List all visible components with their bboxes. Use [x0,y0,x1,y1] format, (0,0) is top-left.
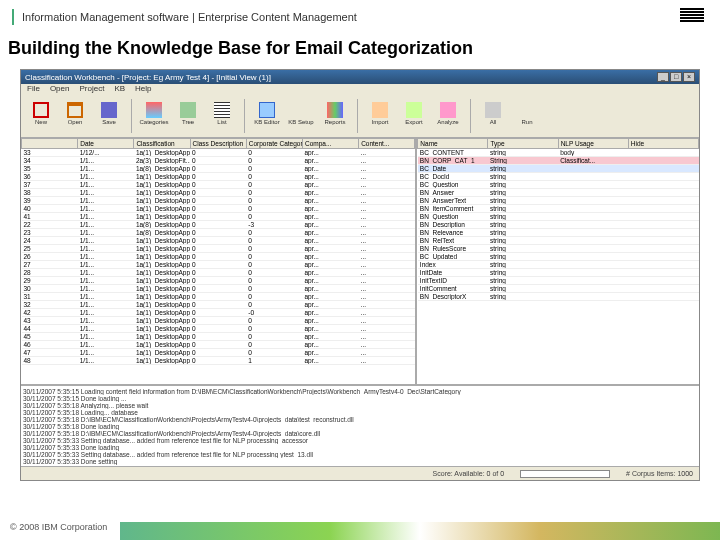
side-col-header[interactable]: Type [488,139,558,149]
table-row[interactable]: 301/1...1a(1)_DesktopAppl...00apr...... [22,285,415,293]
grid-col-header[interactable]: Corporate Category [246,139,302,149]
table-row[interactable]: 291/1...1a(1)_DesktopAppl...00apr...... [22,277,415,285]
table-row[interactable]: 431/1...1a(1)_DesktopAppl...00apr...... [22,317,415,325]
fields-grid[interactable]: NameTypeNLP UsageHide BC_CONTENTstringbo… [417,138,699,301]
field-row[interactable]: BC_Questionstring [418,181,699,189]
table-row[interactable]: 461/1...1a(1)_DesktopAppl...00apr...... [22,341,415,349]
field-row[interactable]: BN_ItemCommentstring [418,205,699,213]
table-row[interactable]: 421/1...1a(1)_DesktopAppl...0-0apr...... [22,309,415,317]
main-grid[interactable]: DateClassificationClass DescriptionCorpo… [21,138,415,365]
toolbar-list-button[interactable]: List [206,99,238,135]
table-row[interactable]: 381/1...1a(1)_DesktopAppl...00apr...... [22,189,415,197]
field-row[interactable]: BN_Answerstring [418,189,699,197]
menu-kb[interactable]: KB [114,84,125,96]
minimize-button[interactable]: _ [657,72,669,82]
table-row[interactable]: 251/1...1a(1)_DesktopAppl...00apr...... [22,245,415,253]
an-icon [440,102,456,118]
toolbar-imp-button[interactable]: Import [364,99,396,135]
table-row[interactable]: 341/1...2a(3)_DesktopFit...00apr...... [22,157,415,165]
side-col-header[interactable]: NLP Usage [558,139,628,149]
toolbar-tree-button[interactable]: Tree [172,99,204,135]
table-row[interactable]: 321/1...1a(1)_DesktopAppl...00apr...... [22,301,415,309]
toolbar-kbset-button[interactable]: KB Setup [285,99,317,135]
table-row[interactable]: 391/1...1a(1)_DesktopAppl...00apr...... [22,197,415,205]
grid-col-header[interactable] [22,139,78,149]
log-line: 30/11/2007 5:35:33 Setting database... a… [23,451,697,458]
table-row[interactable]: 331/12/...1a(1)_DesktopAppl...00apr.....… [22,149,415,157]
side-col-header[interactable]: Name [418,139,488,149]
tree-icon [180,102,196,118]
field-row[interactable]: BN_RulesScorestring [418,245,699,253]
save-icon [101,102,117,118]
toolbar-rep-button[interactable]: Reports [319,99,351,135]
menu-open[interactable]: Open [50,84,70,96]
field-row[interactable]: Indexstring [418,261,699,269]
table-row[interactable]: 471/1...1a(1)_DesktopAppl...00apr...... [22,349,415,357]
menu-help[interactable]: Help [135,84,151,96]
toolbar-exp-button[interactable]: Export [398,99,430,135]
toolbar-all-button[interactable]: All [477,99,509,135]
table-row[interactable]: 371/1...1a(1)_DesktopAppl...00apr...... [22,181,415,189]
table-row[interactable]: 311/1...1a(1)_DesktopAppl...00apr...... [22,293,415,301]
toolbar-run-button[interactable]: Run [511,99,543,135]
content-panes: DateClassificationClass DescriptionCorpo… [21,138,699,384]
menu-project[interactable]: Project [79,84,104,96]
field-row[interactable]: InitTextIDstring [418,277,699,285]
field-row[interactable]: BN_CORP_CAT_1StringClassificat... [418,157,699,165]
table-row[interactable]: 451/1...1a(1)_DesktopAppl...00apr...... [22,333,415,341]
field-row[interactable]: BC_CONTENTstringbody [418,149,699,157]
new-icon [33,102,49,118]
slide-title: Building the Knowledge Base for Email Ca… [0,34,720,69]
table-row[interactable]: 411/1...1a(1)_DesktopAppl...00apr...... [22,213,415,221]
grid-col-header[interactable]: Date [78,139,134,149]
toolbar-an-button[interactable]: Analyze [432,99,464,135]
table-row[interactable]: 221/1...1a(8)_DesktopAppl...0-3apr...... [22,221,415,229]
kb-icon [259,102,275,118]
field-row[interactable]: BN_Relevancestring [418,229,699,237]
field-row[interactable]: BN_AnswerTextstring [418,197,699,205]
field-row[interactable]: BC_Datestring [418,165,699,173]
log-pane[interactable]: 30/11/2007 5:35:15 Loading content field… [21,384,699,466]
maximize-button[interactable]: □ [670,72,682,82]
side-col-header[interactable]: Hide [628,139,698,149]
log-line: 30/11/2007 5:35:33 Done loading [23,444,697,451]
grid-col-header[interactable]: Class Description [190,139,246,149]
table-row[interactable]: 441/1...1a(1)_DesktopAppl...00apr...... [22,325,415,333]
toolbar-kb-button[interactable]: KB Editor [251,99,283,135]
field-row[interactable]: InitDatestring [418,269,699,277]
copyright: © 2008 IBM Corporation [10,522,107,532]
field-row[interactable]: BN_RelTextstring [418,237,699,245]
field-row[interactable]: BN_DescriptorXstring [418,293,699,301]
grid-col-header[interactable]: Compa... [302,139,358,149]
table-row[interactable]: 261/1...1a(1)_DesktopAppl...00apr...... [22,253,415,261]
statusbar: Score: Available: 0 of 0 # Corpus Items:… [21,466,699,480]
grid-col-header[interactable]: Classification [134,139,190,149]
log-line: 30/11/2007 5:35:15 Done loading ... [23,395,697,402]
table-row[interactable]: 361/1...1a(1)_DesktopAppl...00apr...... [22,173,415,181]
toolbar-cat-button[interactable]: Categories [138,99,170,135]
fields-pane[interactable]: NameTypeNLP UsageHide BC_CONTENTstringbo… [417,138,699,384]
main-grid-pane[interactable]: DateClassificationClass DescriptionCorpo… [21,138,417,384]
table-row[interactable]: 401/1...1a(1)_DesktopAppl...00apr...... [22,205,415,213]
toolbar-open-button[interactable]: Open [59,99,91,135]
field-row[interactable]: BN_Descriptionstring [418,221,699,229]
close-button[interactable]: × [683,72,695,82]
table-row[interactable]: 351/1...1a(8)_DesktopAppl...00apr...... [22,165,415,173]
menu-file[interactable]: File [27,84,40,96]
field-row[interactable]: InitCommentstring [418,285,699,293]
toolbar-save-button[interactable]: Save [93,99,125,135]
table-row[interactable]: 241/1...1a(1)_DesktopAppl...00apr...... [22,237,415,245]
grid-col-header[interactable]: Content... [359,139,415,149]
table-row[interactable]: 231/1...1a(8)_DesktopAppl...00apr...... [22,229,415,237]
open-icon [67,102,83,118]
table-row[interactable]: 271/1...1a(1)_DesktopAppl...00apr...... [22,261,415,269]
field-row[interactable]: BC_Updatedstring [418,253,699,261]
titlebar: Classification Workbench - [Project: Eg … [21,70,699,84]
toolbar-new-button[interactable]: New [25,99,57,135]
table-row[interactable]: 481/1...1a(1)_DesktopAppl...01apr...... [22,357,415,365]
field-row[interactable]: BC_DocIdstring [418,173,699,181]
field-row[interactable]: BN_Questionstring [418,213,699,221]
progress-bar [520,470,610,478]
cat-icon [146,102,162,118]
table-row[interactable]: 281/1...1a(1)_DesktopAppl...00apr...... [22,269,415,277]
